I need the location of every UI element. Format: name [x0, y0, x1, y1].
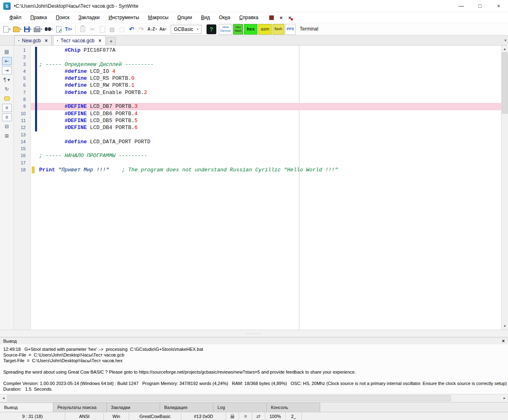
scroll-down-icon[interactable]: ▼ [501, 323, 508, 330]
open-file-button[interactable]: ▾ [12, 24, 22, 34]
find-button[interactable]: ▾ [44, 24, 54, 34]
undo-button[interactable]: ↶ [127, 24, 136, 34]
refresh-icon[interactable]: ↻ [2, 85, 12, 93]
terminal-button[interactable]: Terminal [297, 24, 321, 35]
swap-toggle[interactable]: ⇄ [252, 412, 265, 420]
redo-button[interactable]: ↷ [137, 24, 146, 34]
bottom-tab-console[interactable]: Консоль [267, 402, 320, 412]
view-demos-button[interactable]: view Demos [219, 24, 232, 35]
menu-options[interactable]: Опции [173, 13, 196, 22]
code-line[interactable]: 5 #define LCD_RS PORTB.0 [14, 75, 501, 82]
code-line[interactable]: 16; ----- НАЧАЛО ПРОГРАММЫ --------- [14, 152, 501, 159]
code-line[interactable]: 17 [14, 160, 501, 166]
panel-splitter[interactable]: ······· [0, 330, 508, 337]
readonly-toggle[interactable] [226, 412, 239, 420]
code-line[interactable]: 1 #Chip PIC16F877A [14, 47, 501, 54]
minimize-button[interactable]: — [452, 0, 471, 12]
pps-button[interactable]: PPS [285, 24, 296, 35]
code-line[interactable]: 9 #DEFINE LCD_DB7 PORTB.3 [14, 103, 501, 110]
menu-windows[interactable]: Окна [214, 13, 235, 22]
menu-search[interactable]: Поиск [51, 13, 74, 22]
sort-button[interactable]: A↓Z▾ [147, 24, 158, 34]
menu-bookmarks[interactable]: Закладки [74, 13, 104, 22]
lexer-combo[interactable]: GCBasic▾ [171, 25, 202, 34]
scroll-right-icon[interactable]: ► [501, 394, 508, 402]
select-mode-button[interactable]: ▧ [108, 24, 117, 34]
mdi-restore-icon[interactable] [269, 15, 274, 20]
output-horizontal-scrollbar[interactable]: ◄ ► [0, 394, 508, 402]
editor[interactable]: 1 #Chip PIC16F877A23; ----- Определяем Д… [14, 46, 501, 330]
code-tree-button[interactable]: T≡▾ [64, 24, 73, 34]
code-line[interactable]: 4 #define LCD_IO 4 [14, 68, 501, 75]
code-line[interactable]: 3; ----- Определяем Дисплей --------- [14, 61, 501, 68]
tab-list-dropdown[interactable]: ▾ [504, 38, 506, 42]
code-line[interactable]: 15 [14, 145, 501, 152]
bottom-tab-bookmarks[interactable]: Закладки [107, 402, 160, 412]
cut-button[interactable]: ✂ [88, 24, 97, 34]
zoom-indicator[interactable]: 100% [265, 412, 286, 420]
hex-flash-button[interactable]: hex flash [233, 24, 243, 35]
code-line[interactable]: 6 #define LCD_RW PORTB.1 [14, 82, 501, 89]
line-list-alt-icon[interactable]: ≡ [2, 113, 12, 121]
code-line[interactable]: 14 #define LCD_DATA_PORT PORTD [14, 138, 501, 145]
bottom-tab-log[interactable]: Log [213, 402, 267, 412]
gcbasic-logo-icon[interactable]: ? [207, 24, 216, 34]
copy-button[interactable] [98, 24, 107, 34]
tab-close-icon[interactable]: × [99, 38, 101, 44]
scroll-left-icon[interactable]: ◄ [0, 394, 7, 402]
menu-view[interactable]: Вид [196, 13, 214, 22]
menu-macros[interactable]: Макросы [143, 13, 173, 22]
new-file-button[interactable]: ▾ [2, 24, 11, 34]
code-line[interactable]: 7 #define LCD_Enable PORTB.2 [14, 89, 501, 96]
scroll-right-icon[interactable]: ⇥ [2, 66, 12, 74]
mdi-close-all-icon[interactable]: × [288, 15, 292, 20]
bottom-tab-output[interactable]: Вывод [0, 402, 53, 412]
comment-bubble-icon[interactable] [2, 94, 12, 103]
output-close-icon[interactable]: × [502, 338, 505, 344]
line-list-icon[interactable]: ≡ [2, 104, 12, 112]
save-button[interactable]: ▾ [23, 24, 33, 34]
print-button[interactable]: ▾ [33, 24, 43, 34]
asm-button[interactable]: asm [258, 24, 272, 35]
validate-button[interactable]: ✓ [54, 24, 63, 34]
clipboard-panel-icon[interactable]: ▤ [2, 48, 12, 56]
code-line[interactable]: 13 [14, 131, 501, 138]
column-select-button[interactable]: ⬚ [117, 24, 126, 34]
caret-position[interactable]: 9 : 31 (18) [0, 412, 65, 420]
scrollbar-thumb[interactable] [502, 52, 508, 114]
mdi-close-icon[interactable]: × [279, 15, 283, 20]
paste-button[interactable] [78, 24, 87, 34]
tab-new-gcb[interactable]: ▪New.gcb× [14, 35, 52, 45]
tab-test-chasov-gcb[interactable]: ▪Тест часов.gcb× [53, 35, 106, 45]
close-button[interactable]: × [489, 0, 508, 12]
editor-vertical-scrollbar[interactable]: ▲ ▼ [501, 46, 508, 330]
tab-close-icon[interactable]: × [45, 38, 48, 44]
scroll-up-icon[interactable]: ▲ [501, 46, 508, 52]
encoding-indicator[interactable]: ANSI [65, 412, 104, 420]
scrollbar-thumb[interactable] [7, 395, 451, 401]
flash-button[interactable]: flash [273, 24, 284, 35]
code-line[interactable]: 12 #DEFINE LCD_DB4 PORTB.6 [14, 124, 501, 131]
menu-help[interactable]: Справка [235, 13, 263, 22]
snippet-box-icon[interactable]: ⊟ [2, 122, 12, 131]
lexer-indicator[interactable]: GreatCowBasic [129, 412, 181, 420]
code-line[interactable]: 8 [14, 96, 501, 103]
menu-edit[interactable]: Правка [26, 13, 52, 22]
scroll-left-icon[interactable]: ⇤ [2, 57, 12, 65]
paragraph-marks-icon[interactable]: ¶ ▾ [2, 76, 12, 84]
new-tab-button[interactable]: + [107, 37, 116, 45]
font-size-button[interactable]: Aa▾ [158, 24, 167, 34]
hex-button[interactable]: hex [244, 24, 257, 35]
maximize-button[interactable]: □ [471, 0, 489, 12]
code-line[interactable]: 18Print "Привет Мир !!!" ; The program d… [14, 166, 501, 173]
code-line[interactable]: 11 #DEFINE LCD_DB5 PORTB.5 [14, 117, 501, 124]
bottom-tab-search-results[interactable]: Результаты поиска [53, 402, 107, 412]
wrap-toggle[interactable]: ≡ [239, 412, 252, 420]
menu-file[interactable]: Файл [5, 13, 26, 22]
code-line[interactable]: 2 [14, 54, 501, 61]
insert-mode-indicator[interactable]: 2_ [286, 412, 302, 420]
bottom-tab-validation[interactable]: Валидация [160, 402, 213, 412]
code-line[interactable]: 10 #DEFINE LCD_DB6 PORTB.4 [14, 110, 501, 117]
sort-grid-icon[interactable]: ⊞ [2, 132, 12, 140]
line-endings-indicator[interactable]: Win [104, 412, 129, 420]
